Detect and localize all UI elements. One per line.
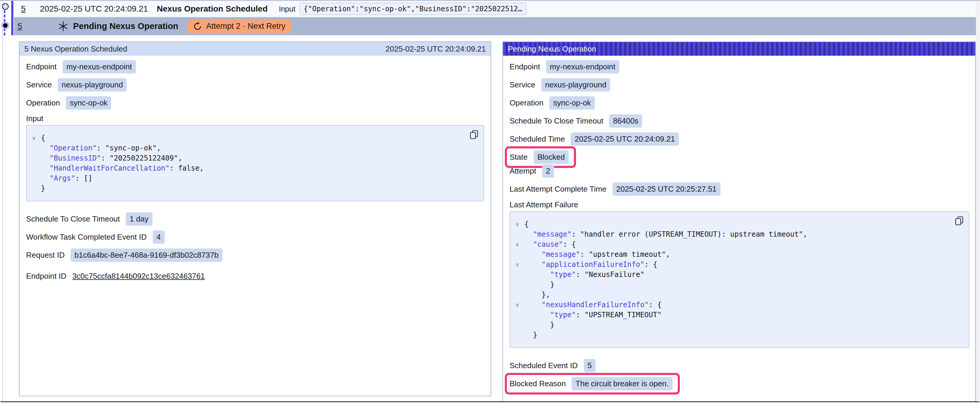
json-key: "message" xyxy=(542,249,580,260)
json-text xyxy=(524,310,550,320)
chevron-down-icon[interactable]: ∨ xyxy=(514,300,524,310)
json-key: "Args" xyxy=(49,173,75,183)
field-label: Request ID xyxy=(26,250,65,260)
gutter-spacer xyxy=(31,143,41,153)
gutter-spacer xyxy=(31,183,41,193)
field-value-chip: Blocked xyxy=(534,151,569,164)
field-row-endpoint: Endpointmy-nexus-endpoint xyxy=(26,60,136,74)
json-text xyxy=(41,163,49,173)
gutter-spacer xyxy=(514,280,524,290)
field-row-service: Servicenexus-playground xyxy=(509,78,610,92)
card-title: Pending Nexus Operation xyxy=(508,44,596,54)
json-key: "applicationFailureInfo" xyxy=(542,260,644,269)
event-row-nexus-operation-scheduled[interactable]: 5 2025-02-25 UTC 20:24:09.21 Nexus Opera… xyxy=(14,1,976,17)
json-key: "cause" xyxy=(533,239,563,249)
event-id-link[interactable]: 5 xyxy=(18,22,22,31)
retry-status-badge: Attempt 2 · Next Retry xyxy=(187,20,291,33)
field-value-link[interactable]: 3c0c75ccfa8144b092c13ce632463761 xyxy=(72,272,205,281)
field-row-workflow-task-completed-event-id: Workflow Task Completed Event ID4 xyxy=(26,230,165,244)
copy-icon[interactable] xyxy=(469,130,479,140)
field-value-chip: my-nexus-endpoint xyxy=(63,60,136,73)
input-label: Input xyxy=(279,5,296,13)
card-body: Endpointmy-nexus-endpointServicenexus-pl… xyxy=(19,56,491,283)
field-label: Attempt xyxy=(509,166,536,176)
field-label: Input xyxy=(26,114,43,123)
json-line: }, xyxy=(514,290,951,300)
card-timestamp: 2025-02-25 UTC 20:24:09.21 xyxy=(386,44,486,54)
field-row-scheduled-event-id: Scheduled Event ID5 xyxy=(509,359,596,372)
json-line: ∨{ xyxy=(31,133,466,143)
json-line: "Operation": "sync-op-ok", xyxy=(31,143,466,153)
field-value-chip: nexus-playground xyxy=(58,78,127,92)
card-nexus-operation-scheduled: 5 Nexus Operation Scheduled 2025-02-25 U… xyxy=(19,41,491,396)
card-body: Endpointmy-nexus-endpointServicenexus-pl… xyxy=(503,56,975,394)
field-label: Schedule To Close Timeout xyxy=(509,116,603,125)
json-line: "type": "NexusFailure" xyxy=(514,269,951,280)
json-text: : "handler error (UPSTREAM_TIMEOUT): ups… xyxy=(571,229,807,239)
window-left-border xyxy=(2,1,3,401)
json-text: : "20250225122409", xyxy=(101,153,182,163)
field-label: Operation xyxy=(26,98,60,108)
json-key: "type" xyxy=(550,310,576,320)
field-label: Endpoint xyxy=(509,62,540,71)
json-line: "message": "handler error (UPSTREAM_TIME… xyxy=(514,229,951,239)
field-label: Operation xyxy=(509,98,543,108)
event-row-pending-nexus-operation[interactable]: 5 Pending Nexus Operation Attempt 2 · Ne… xyxy=(14,17,976,35)
json-line: "Args": [] xyxy=(31,173,466,183)
field-value-chip: b1c6a4bc-8ee7-468a-9169-df3b02c8737b xyxy=(71,249,223,262)
field-value-chip: 1 day xyxy=(126,212,153,226)
field-value-chip: 5 xyxy=(584,359,596,372)
gutter-spacer xyxy=(514,330,524,340)
copy-icon[interactable] xyxy=(955,216,964,227)
retry-badge-label: Attempt 2 · Next Retry xyxy=(206,22,285,31)
gutter-spacer xyxy=(514,269,524,280)
timeline-filled-circle-icon[interactable] xyxy=(1,21,10,30)
input-preview-chip[interactable]: {"Operation":"sync-op-ok","BusinessID":"… xyxy=(299,3,527,15)
timeline-open-circle-icon[interactable] xyxy=(1,2,10,11)
json-line: } xyxy=(514,320,951,330)
card-title: 5 Nexus Operation Scheduled xyxy=(24,44,127,54)
json-text xyxy=(41,173,49,183)
json-text xyxy=(524,239,533,249)
json-text: { xyxy=(524,219,528,229)
chevron-down-icon[interactable]: ∨ xyxy=(31,133,41,143)
card-header: Pending Nexus Operation xyxy=(503,42,975,56)
field-value-chip: nexus-playground xyxy=(541,78,611,92)
gutter-spacer xyxy=(514,249,524,260)
field-row-request-id: Request IDb1c6a4bc-8ee7-468a-9169-df3b02… xyxy=(26,248,223,262)
field-label: State xyxy=(509,152,528,162)
json-key: "HandlerWaitForCancellation" xyxy=(49,163,170,173)
json-text: }, xyxy=(524,290,550,300)
field-value-chip: 2 xyxy=(542,165,554,178)
json-line: ∨{ xyxy=(514,219,951,229)
json-text: : [] xyxy=(75,173,92,183)
chevron-down-icon[interactable]: ∨ xyxy=(514,260,524,269)
scrollbar-track[interactable] xyxy=(976,1,980,401)
gutter-spacer xyxy=(514,320,524,330)
json-line: } xyxy=(514,330,951,340)
json-text xyxy=(41,153,49,163)
field-label: Endpoint ID xyxy=(26,272,67,281)
field-row-attempt: Attempt2 xyxy=(509,164,554,178)
json-text: : { xyxy=(644,260,657,269)
field-row-last-attempt-failure: Last Attempt Failure xyxy=(509,200,578,209)
field-row-scheduled-time: Scheduled Time2025-02-25 UTC 20:24:09.21 xyxy=(509,132,679,146)
field-row-service: Servicenexus-playground xyxy=(26,78,127,92)
gutter-spacer xyxy=(31,163,41,173)
json-text xyxy=(524,260,542,269)
json-text: } xyxy=(524,280,554,290)
field-label: Service xyxy=(509,80,535,89)
chevron-down-icon[interactable]: ∨ xyxy=(514,219,524,229)
json-line: "HandlerWaitForCancellation": false, xyxy=(31,163,466,173)
field-label: Service xyxy=(26,80,52,89)
field-value-chip: 2025-02-25 UTC 20:25:27.51 xyxy=(612,182,721,196)
retry-icon xyxy=(193,22,202,31)
event-id-link[interactable]: 5 xyxy=(21,4,26,14)
chevron-down-icon[interactable]: ∨ xyxy=(514,239,524,249)
json-text xyxy=(524,269,550,280)
json-text: : { xyxy=(563,239,576,249)
json-text: } xyxy=(524,320,554,330)
json-viewer: ∨{ "message": "handler error (UPSTREAM_T… xyxy=(509,211,969,348)
json-text xyxy=(41,143,49,153)
field-row-operation: Operationsync-op-ok xyxy=(509,96,595,110)
